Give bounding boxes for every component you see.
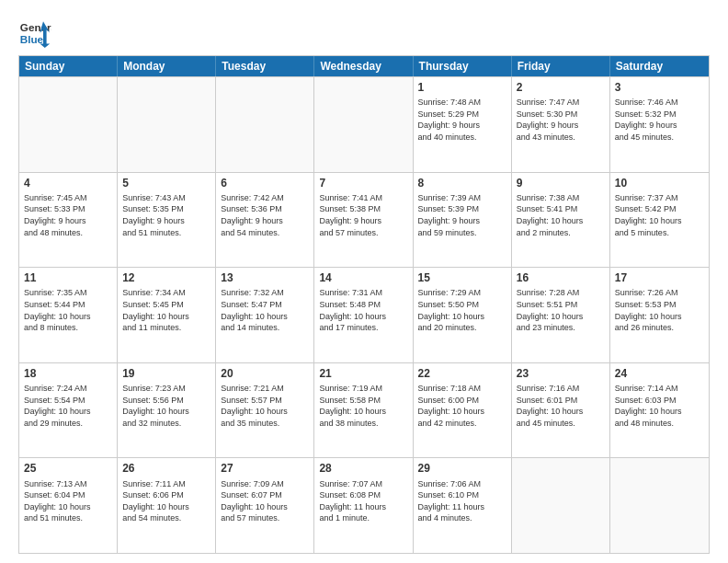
logo-icon: General Blue: [18, 15, 51, 48]
day-number: 6: [221, 176, 309, 190]
cal-cell: 23Sunrise: 7:16 AMSunset: 6:01 PMDayligh…: [512, 363, 610, 458]
cell-sun-info: Sunrise: 7:43 AMSunset: 5:35 PMDaylight:…: [122, 192, 210, 238]
cal-cell: 27Sunrise: 7:09 AMSunset: 6:07 PMDayligh…: [216, 458, 314, 553]
day-number: 2: [517, 80, 605, 95]
day-number: 19: [122, 366, 210, 381]
day-number: 25: [24, 461, 112, 476]
header-day-sunday: Sunday: [19, 56, 118, 76]
cal-cell: 5Sunrise: 7:43 AMSunset: 5:35 PMDaylight…: [118, 173, 216, 268]
cell-sun-info: Sunrise: 7:42 AMSunset: 5:36 PMDaylight:…: [221, 192, 309, 238]
cell-sun-info: Sunrise: 7:24 AMSunset: 5:54 PMDaylight:…: [24, 383, 112, 429]
cal-cell: 16Sunrise: 7:28 AMSunset: 5:51 PMDayligh…: [512, 268, 610, 362]
cal-cell: 9Sunrise: 7:38 AMSunset: 5:41 PMDaylight…: [512, 173, 610, 268]
day-number: 7: [319, 176, 407, 190]
day-number: 26: [122, 461, 210, 476]
cell-sun-info: Sunrise: 7:09 AMSunset: 6:07 PMDaylight:…: [221, 478, 309, 524]
day-number: 21: [319, 366, 407, 381]
header-day-saturday: Saturday: [610, 56, 709, 76]
cell-sun-info: Sunrise: 7:37 AMSunset: 5:42 PMDaylight:…: [615, 192, 704, 238]
cal-cell: 13Sunrise: 7:32 AMSunset: 5:47 PMDayligh…: [216, 268, 314, 362]
day-number: 20: [221, 366, 309, 381]
day-number: 8: [418, 176, 506, 190]
cell-sun-info: Sunrise: 7:34 AMSunset: 5:45 PMDaylight:…: [122, 287, 210, 333]
week-row-4: 18Sunrise: 7:24 AMSunset: 5:54 PMDayligh…: [19, 362, 709, 458]
day-number: 23: [517, 366, 605, 381]
header: General Blue: [18, 15, 710, 48]
cell-sun-info: Sunrise: 7:46 AMSunset: 5:32 PMDaylight:…: [615, 97, 704, 143]
cal-cell: 2Sunrise: 7:47 AMSunset: 5:30 PMDaylight…: [512, 77, 610, 172]
day-number: 15: [418, 270, 506, 285]
day-number: 11: [24, 270, 112, 285]
cal-cell: 6Sunrise: 7:42 AMSunset: 5:36 PMDaylight…: [216, 173, 314, 268]
day-number: 28: [319, 461, 407, 476]
week-row-5: 25Sunrise: 7:13 AMSunset: 6:04 PMDayligh…: [19, 457, 709, 553]
day-number: 4: [24, 176, 112, 190]
cell-sun-info: Sunrise: 7:39 AMSunset: 5:39 PMDaylight:…: [418, 192, 506, 238]
cal-cell: 1Sunrise: 7:48 AMSunset: 5:29 PMDaylight…: [414, 77, 512, 172]
cell-sun-info: Sunrise: 7:26 AMSunset: 5:53 PMDaylight:…: [615, 287, 704, 333]
day-number: 14: [319, 270, 407, 285]
cell-sun-info: Sunrise: 7:41 AMSunset: 5:38 PMDaylight:…: [319, 192, 407, 238]
page: General Blue SundayMondayTuesdayWednesda…: [0, 0, 728, 563]
cell-sun-info: Sunrise: 7:06 AMSunset: 6:10 PMDaylight:…: [418, 478, 506, 524]
day-number: 18: [24, 366, 112, 381]
day-number: 3: [615, 80, 704, 95]
day-number: 10: [615, 176, 704, 190]
svg-text:General: General: [20, 21, 51, 33]
cal-cell: 4Sunrise: 7:45 AMSunset: 5:33 PMDaylight…: [19, 173, 118, 268]
cal-cell: [216, 77, 314, 172]
calendar-body: 1Sunrise: 7:48 AMSunset: 5:29 PMDaylight…: [19, 76, 709, 553]
cell-sun-info: Sunrise: 7:07 AMSunset: 6:08 PMDaylight:…: [319, 478, 407, 524]
svg-text:Blue: Blue: [20, 33, 44, 45]
cal-cell: 21Sunrise: 7:19 AMSunset: 5:58 PMDayligh…: [314, 363, 413, 458]
header-day-thursday: Thursday: [414, 56, 512, 76]
day-number: 1: [418, 80, 506, 95]
cal-cell: 11Sunrise: 7:35 AMSunset: 5:44 PMDayligh…: [19, 268, 118, 362]
cal-cell: 3Sunrise: 7:46 AMSunset: 5:32 PMDaylight…: [610, 77, 709, 172]
cal-cell: 24Sunrise: 7:14 AMSunset: 6:03 PMDayligh…: [610, 363, 709, 458]
cal-cell: 15Sunrise: 7:29 AMSunset: 5:50 PMDayligh…: [414, 268, 512, 362]
cal-cell: 7Sunrise: 7:41 AMSunset: 5:38 PMDaylight…: [314, 173, 413, 268]
day-number: 24: [615, 366, 704, 381]
cal-cell: 28Sunrise: 7:07 AMSunset: 6:08 PMDayligh…: [314, 458, 413, 553]
week-row-1: 1Sunrise: 7:48 AMSunset: 5:29 PMDaylight…: [19, 76, 709, 172]
cell-sun-info: Sunrise: 7:14 AMSunset: 6:03 PMDaylight:…: [615, 383, 704, 429]
day-number: 9: [517, 176, 605, 190]
day-number: 5: [122, 176, 210, 190]
cal-cell: [118, 77, 216, 172]
cal-cell: 8Sunrise: 7:39 AMSunset: 5:39 PMDaylight…: [414, 173, 512, 268]
day-number: 16: [517, 270, 605, 285]
cal-cell: 26Sunrise: 7:11 AMSunset: 6:06 PMDayligh…: [118, 458, 216, 553]
cal-cell: [610, 458, 709, 553]
cell-sun-info: Sunrise: 7:28 AMSunset: 5:51 PMDaylight:…: [517, 287, 605, 333]
day-number: 22: [418, 366, 506, 381]
cell-sun-info: Sunrise: 7:32 AMSunset: 5:47 PMDaylight:…: [221, 287, 309, 333]
cell-sun-info: Sunrise: 7:31 AMSunset: 5:48 PMDaylight:…: [319, 287, 407, 333]
cell-sun-info: Sunrise: 7:29 AMSunset: 5:50 PMDaylight:…: [418, 287, 506, 333]
calendar: SundayMondayTuesdayWednesdayThursdayFrid…: [18, 55, 710, 554]
header-day-monday: Monday: [118, 56, 216, 76]
cell-sun-info: Sunrise: 7:19 AMSunset: 5:58 PMDaylight:…: [319, 383, 407, 429]
day-number: 17: [615, 270, 704, 285]
cell-sun-info: Sunrise: 7:35 AMSunset: 5:44 PMDaylight:…: [24, 287, 112, 333]
cal-cell: 12Sunrise: 7:34 AMSunset: 5:45 PMDayligh…: [118, 268, 216, 362]
cal-cell: 22Sunrise: 7:18 AMSunset: 6:00 PMDayligh…: [414, 363, 512, 458]
cell-sun-info: Sunrise: 7:23 AMSunset: 5:56 PMDaylight:…: [122, 383, 210, 429]
cal-cell: [512, 458, 610, 553]
cal-cell: 25Sunrise: 7:13 AMSunset: 6:04 PMDayligh…: [19, 458, 118, 553]
cell-sun-info: Sunrise: 7:48 AMSunset: 5:29 PMDaylight:…: [418, 97, 506, 143]
header-day-tuesday: Tuesday: [216, 56, 314, 76]
day-number: 13: [221, 270, 309, 285]
cal-cell: 17Sunrise: 7:26 AMSunset: 5:53 PMDayligh…: [610, 268, 709, 362]
day-number: 12: [122, 270, 210, 285]
week-row-3: 11Sunrise: 7:35 AMSunset: 5:44 PMDayligh…: [19, 267, 709, 362]
cell-sun-info: Sunrise: 7:45 AMSunset: 5:33 PMDaylight:…: [24, 192, 112, 238]
cell-sun-info: Sunrise: 7:21 AMSunset: 5:57 PMDaylight:…: [221, 383, 309, 429]
logo: General Blue: [18, 15, 51, 48]
cal-cell: [314, 77, 413, 172]
cal-cell: [19, 77, 118, 172]
cell-sun-info: Sunrise: 7:13 AMSunset: 6:04 PMDaylight:…: [24, 478, 112, 524]
cal-cell: 19Sunrise: 7:23 AMSunset: 5:56 PMDayligh…: [118, 363, 216, 458]
cell-sun-info: Sunrise: 7:18 AMSunset: 6:00 PMDaylight:…: [418, 383, 506, 429]
cal-cell: 18Sunrise: 7:24 AMSunset: 5:54 PMDayligh…: [19, 363, 118, 458]
